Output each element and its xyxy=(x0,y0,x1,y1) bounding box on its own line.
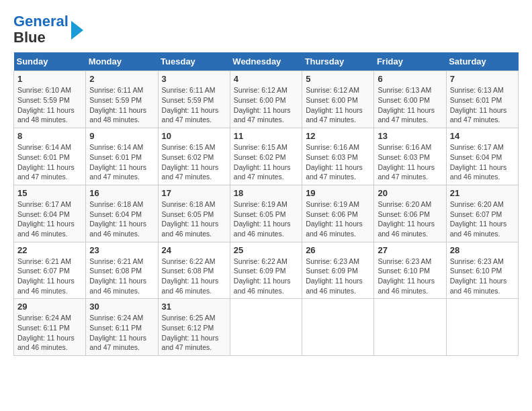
calendar-table: SundayMondayTuesdayWednesdayThursdayFrid… xyxy=(13,52,519,356)
calendar-day-cell: 6 Sunrise: 6:13 AMSunset: 6:00 PMDayligh… xyxy=(374,71,446,128)
calendar-day-cell: 7 Sunrise: 6:13 AMSunset: 6:01 PMDayligh… xyxy=(446,71,518,128)
day-detail: Sunrise: 6:22 AMSunset: 6:08 PMDaylight:… xyxy=(162,257,226,296)
day-detail: Sunrise: 6:11 AMSunset: 5:59 PMDaylight:… xyxy=(89,85,154,125)
day-number: 7 xyxy=(450,74,515,84)
day-header-friday: Friday xyxy=(374,52,446,71)
calendar-day-cell: 31 Sunrise: 6:25 AMSunset: 6:12 PMDaylig… xyxy=(158,299,230,356)
day-detail: Sunrise: 6:12 AMSunset: 6:00 PMDaylight:… xyxy=(234,85,298,125)
calendar-day-cell: 11 Sunrise: 6:15 AMSunset: 6:02 PMDaylig… xyxy=(230,128,302,185)
calendar-day-cell: 1 Sunrise: 6:10 AMSunset: 5:59 PMDayligh… xyxy=(14,71,86,128)
day-detail: Sunrise: 6:24 AMSunset: 6:11 PMDaylight:… xyxy=(17,313,82,353)
day-detail: Sunrise: 6:22 AMSunset: 6:09 PMDaylight:… xyxy=(234,257,298,296)
calendar-day-cell: 24 Sunrise: 6:22 AMSunset: 6:08 PMDaylig… xyxy=(158,242,230,299)
day-number: 6 xyxy=(378,74,442,84)
calendar-day-cell: 30 Sunrise: 6:24 AMSunset: 6:11 PMDaylig… xyxy=(86,299,158,356)
day-number: 1 xyxy=(17,74,82,84)
empty-cell xyxy=(446,299,518,356)
calendar-day-cell: 2 Sunrise: 6:11 AMSunset: 5:59 PMDayligh… xyxy=(86,71,158,128)
day-number: 4 xyxy=(234,74,298,84)
day-detail: Sunrise: 6:20 AMSunset: 6:07 PMDaylight:… xyxy=(450,199,515,239)
calendar-week-row: 15 Sunrise: 6:17 AMSunset: 6:04 PMDaylig… xyxy=(14,185,519,242)
day-detail: Sunrise: 6:19 AMSunset: 6:05 PMDaylight:… xyxy=(234,199,298,239)
day-number: 17 xyxy=(162,188,226,198)
day-number: 24 xyxy=(162,245,226,255)
day-detail: Sunrise: 6:12 AMSunset: 6:00 PMDaylight:… xyxy=(306,85,370,125)
day-number: 31 xyxy=(162,302,226,312)
calendar-day-cell: 29 Sunrise: 6:24 AMSunset: 6:11 PMDaylig… xyxy=(14,299,86,356)
calendar-day-cell: 13 Sunrise: 6:16 AMSunset: 6:03 PMDaylig… xyxy=(374,128,446,185)
day-number: 5 xyxy=(306,74,370,84)
calendar-day-cell: 8 Sunrise: 6:14 AMSunset: 6:01 PMDayligh… xyxy=(14,128,86,185)
calendar-week-row: 22 Sunrise: 6:21 AMSunset: 6:07 PMDaylig… xyxy=(14,242,519,299)
day-number: 26 xyxy=(306,245,370,255)
calendar-day-cell: 14 Sunrise: 6:17 AMSunset: 6:04 PMDaylig… xyxy=(446,128,518,185)
calendar-day-cell: 26 Sunrise: 6:23 AMSunset: 6:09 PMDaylig… xyxy=(302,242,374,299)
day-detail: Sunrise: 6:21 AMSunset: 6:08 PMDaylight:… xyxy=(89,257,154,296)
day-detail: Sunrise: 6:15 AMSunset: 6:02 PMDaylight:… xyxy=(162,142,226,182)
day-detail: Sunrise: 6:16 AMSunset: 6:03 PMDaylight:… xyxy=(306,142,370,182)
calendar-day-cell: 22 Sunrise: 6:21 AMSunset: 6:07 PMDaylig… xyxy=(14,242,86,299)
day-header-tuesday: Tuesday xyxy=(158,52,230,71)
day-header-saturday: Saturday xyxy=(446,52,518,71)
day-header-thursday: Thursday xyxy=(302,52,374,71)
day-number: 16 xyxy=(89,188,154,198)
day-number: 27 xyxy=(378,245,442,255)
day-detail: Sunrise: 6:14 AMSunset: 6:01 PMDaylight:… xyxy=(17,142,82,182)
day-detail: Sunrise: 6:23 AMSunset: 6:10 PMDaylight:… xyxy=(450,257,515,296)
day-header-sunday: Sunday xyxy=(14,52,86,71)
day-number: 29 xyxy=(17,302,82,312)
day-detail: Sunrise: 6:14 AMSunset: 6:01 PMDaylight:… xyxy=(89,142,154,182)
day-detail: Sunrise: 6:24 AMSunset: 6:11 PMDaylight:… xyxy=(89,313,154,353)
day-header-wednesday: Wednesday xyxy=(230,52,302,71)
day-detail: Sunrise: 6:13 AMSunset: 6:00 PMDaylight:… xyxy=(378,85,442,125)
day-number: 19 xyxy=(306,188,370,198)
day-number: 14 xyxy=(450,131,515,141)
day-detail: Sunrise: 6:17 AMSunset: 6:04 PMDaylight:… xyxy=(17,199,82,239)
day-number: 30 xyxy=(89,302,154,312)
calendar-day-cell: 21 Sunrise: 6:20 AMSunset: 6:07 PMDaylig… xyxy=(446,185,518,242)
day-detail: Sunrise: 6:21 AMSunset: 6:07 PMDaylight:… xyxy=(17,257,82,296)
day-detail: Sunrise: 6:19 AMSunset: 6:06 PMDaylight:… xyxy=(306,199,370,239)
calendar-day-cell: 18 Sunrise: 6:19 AMSunset: 6:05 PMDaylig… xyxy=(230,185,302,242)
day-detail: Sunrise: 6:18 AMSunset: 6:04 PMDaylight:… xyxy=(89,199,154,239)
day-number: 3 xyxy=(162,74,226,84)
day-number: 11 xyxy=(234,131,298,141)
day-detail: Sunrise: 6:20 AMSunset: 6:06 PMDaylight:… xyxy=(378,199,442,239)
calendar-week-row: 8 Sunrise: 6:14 AMSunset: 6:01 PMDayligh… xyxy=(14,128,519,185)
day-number: 20 xyxy=(378,188,442,198)
empty-cell xyxy=(374,299,446,356)
day-number: 18 xyxy=(234,188,298,198)
calendar-day-cell: 3 Sunrise: 6:11 AMSunset: 5:59 PMDayligh… xyxy=(158,71,230,128)
day-detail: Sunrise: 6:18 AMSunset: 6:05 PMDaylight:… xyxy=(162,199,226,239)
calendar-day-cell: 27 Sunrise: 6:23 AMSunset: 6:10 PMDaylig… xyxy=(374,242,446,299)
calendar-day-cell: 9 Sunrise: 6:14 AMSunset: 6:01 PMDayligh… xyxy=(86,128,158,185)
day-number: 28 xyxy=(450,245,515,255)
page-header: GeneralBlue xyxy=(13,13,519,46)
calendar-day-cell: 25 Sunrise: 6:22 AMSunset: 6:09 PMDaylig… xyxy=(230,242,302,299)
empty-cell xyxy=(302,299,374,356)
day-number: 12 xyxy=(306,131,370,141)
logo-text: GeneralBlue xyxy=(13,13,69,46)
day-detail: Sunrise: 6:25 AMSunset: 6:12 PMDaylight:… xyxy=(162,313,226,353)
day-number: 25 xyxy=(234,245,298,255)
calendar-header-row: SundayMondayTuesdayWednesdayThursdayFrid… xyxy=(14,52,519,71)
day-detail: Sunrise: 6:10 AMSunset: 5:59 PMDaylight:… xyxy=(17,85,82,125)
calendar-week-row: 1 Sunrise: 6:10 AMSunset: 5:59 PMDayligh… xyxy=(14,71,519,128)
calendar-day-cell: 28 Sunrise: 6:23 AMSunset: 6:10 PMDaylig… xyxy=(446,242,518,299)
calendar-day-cell: 10 Sunrise: 6:15 AMSunset: 6:02 PMDaylig… xyxy=(158,128,230,185)
day-number: 2 xyxy=(89,74,154,84)
day-detail: Sunrise: 6:17 AMSunset: 6:04 PMDaylight:… xyxy=(450,142,515,182)
day-detail: Sunrise: 6:15 AMSunset: 6:02 PMDaylight:… xyxy=(234,142,298,182)
empty-cell xyxy=(230,299,302,356)
day-number: 9 xyxy=(89,131,154,141)
calendar-day-cell: 17 Sunrise: 6:18 AMSunset: 6:05 PMDaylig… xyxy=(158,185,230,242)
day-detail: Sunrise: 6:11 AMSunset: 5:59 PMDaylight:… xyxy=(162,85,226,125)
day-number: 10 xyxy=(162,131,226,141)
day-detail: Sunrise: 6:13 AMSunset: 6:01 PMDaylight:… xyxy=(450,85,515,125)
logo-arrow-icon xyxy=(71,21,83,40)
logo: GeneralBlue xyxy=(13,13,83,46)
day-number: 15 xyxy=(17,188,82,198)
calendar-day-cell: 4 Sunrise: 6:12 AMSunset: 6:00 PMDayligh… xyxy=(230,71,302,128)
day-number: 23 xyxy=(89,245,154,255)
calendar-day-cell: 23 Sunrise: 6:21 AMSunset: 6:08 PMDaylig… xyxy=(86,242,158,299)
